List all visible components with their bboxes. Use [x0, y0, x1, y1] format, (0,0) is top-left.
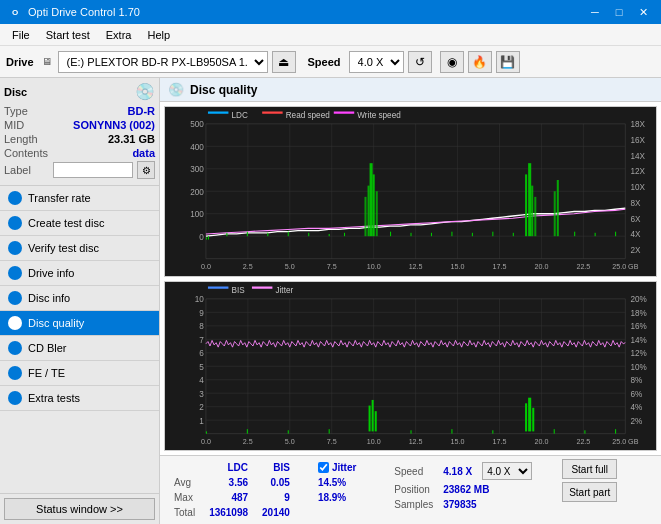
drive-icon: 🖥	[42, 56, 52, 67]
svg-text:6X: 6X	[630, 213, 640, 223]
svg-text:9: 9	[199, 307, 204, 317]
drive-label: Drive	[6, 56, 34, 68]
svg-text:0.0: 0.0	[201, 436, 211, 445]
speed-select[interactable]: 4.0 X	[349, 51, 404, 73]
svg-rect-149	[411, 430, 412, 433]
label-action-button[interactable]: ⚙	[137, 161, 155, 179]
svg-rect-139	[206, 431, 207, 433]
minimize-button[interactable]: ─	[585, 4, 605, 20]
start-full-button[interactable]: Start full	[562, 459, 617, 479]
charts-area: LDC Read speed Write speed	[160, 102, 661, 455]
sidebar-item-cd-bler[interactable]: CD Bler	[0, 336, 159, 361]
speed-info-value: 4.18 X	[439, 461, 476, 481]
svg-text:7.5: 7.5	[327, 436, 337, 445]
svg-rect-61	[534, 197, 536, 236]
start-part-button[interactable]: Start part	[562, 482, 617, 502]
sidebar-item-extra-tests[interactable]: Extra tests	[0, 386, 159, 411]
nav-label-extra-tests: Extra tests	[28, 392, 80, 404]
svg-text:17.5: 17.5	[493, 261, 507, 270]
sidebar-item-verify-test-disc[interactable]: Verify test disc	[0, 236, 159, 261]
content-header: 💿 Disc quality	[160, 78, 661, 102]
svg-text:2.5: 2.5	[243, 436, 253, 445]
nav-label-disc-quality: Disc quality	[28, 317, 84, 329]
status-window-button[interactable]: Status window >>	[4, 498, 155, 520]
stats-area: LDC BIS Jitter Avg 3.5	[160, 455, 661, 524]
svg-rect-5	[334, 111, 354, 113]
svg-text:0.0: 0.0	[201, 261, 211, 270]
speed-dropdown[interactable]: 4.0 X	[482, 462, 532, 480]
svg-text:14X: 14X	[630, 150, 645, 160]
sidebar-item-fe-te[interactable]: FE / TE	[0, 361, 159, 386]
svg-rect-76	[492, 232, 493, 236]
svg-text:200: 200	[190, 186, 204, 196]
speed-label: Speed	[308, 56, 341, 68]
svg-text:6%: 6%	[630, 388, 642, 398]
menu-file[interactable]: File	[4, 27, 38, 43]
svg-text:20.0: 20.0	[534, 436, 548, 445]
nav-label-verify-test-disc: Verify test disc	[28, 242, 99, 254]
menu-extra[interactable]: Extra	[98, 27, 140, 43]
nav-icon-disc-info	[8, 291, 22, 305]
type-label: Type	[4, 105, 28, 117]
svg-text:3: 3	[199, 388, 204, 398]
refresh-button[interactable]: ↺	[408, 51, 432, 73]
svg-text:20%: 20%	[630, 293, 647, 303]
svg-rect-80	[615, 232, 616, 236]
svg-rect-143	[525, 403, 527, 431]
erase-button[interactable]: 🔥	[468, 51, 492, 73]
svg-text:300: 300	[190, 164, 204, 174]
nav-items: Transfer rate Create test disc Verify te…	[0, 186, 159, 493]
nav-icon-disc-quality	[8, 316, 22, 330]
jitter-checkbox[interactable]	[318, 462, 329, 473]
svg-text:1: 1	[199, 415, 204, 425]
svg-rect-52	[208, 236, 209, 239]
app-logo: O	[8, 5, 22, 19]
maximize-button[interactable]: □	[609, 4, 629, 20]
svg-text:15.0: 15.0	[451, 436, 465, 445]
eject-button[interactable]: ⏏	[272, 51, 296, 73]
svg-text:12%: 12%	[630, 347, 647, 357]
total-bis: 20140	[256, 506, 296, 519]
content-title: Disc quality	[190, 83, 257, 97]
svg-rect-1	[208, 111, 228, 113]
save-button[interactable]: 💾	[496, 51, 520, 73]
nav-label-transfer-rate: Transfer rate	[28, 192, 91, 204]
svg-text:16X: 16X	[630, 135, 645, 145]
sidebar-item-create-test-disc[interactable]: Create test disc	[0, 211, 159, 236]
sidebar-item-drive-info[interactable]: Drive info	[0, 261, 159, 286]
stats-table: LDC BIS Jitter Avg 3.5	[166, 459, 364, 521]
svg-rect-154	[615, 429, 616, 433]
svg-text:7: 7	[199, 334, 204, 344]
nav-label-disc-info: Disc info	[28, 292, 70, 304]
total-ldc: 1361098	[203, 506, 254, 519]
disc-label-input[interactable]	[53, 162, 133, 178]
svg-text:18X: 18X	[630, 119, 645, 129]
titlebar: O Opti Drive Control 1.70 ─ □ ✕	[0, 0, 661, 24]
svg-text:18%: 18%	[630, 307, 647, 317]
scan-button[interactable]: ◉	[440, 51, 464, 73]
col-ldc: LDC	[203, 461, 254, 474]
svg-rect-51	[206, 237, 207, 239]
svg-text:10.0: 10.0	[367, 261, 381, 270]
svg-text:20.0: 20.0	[534, 261, 548, 270]
sidebar-item-transfer-rate[interactable]: Transfer rate	[0, 186, 159, 211]
app-title: Opti Drive Control 1.70	[28, 6, 140, 18]
sidebar-item-disc-quality[interactable]: Disc quality	[0, 311, 159, 336]
sidebar: Disc 💿 Type BD-R MID SONYNN3 (002) Lengt…	[0, 78, 160, 524]
svg-text:14%: 14%	[630, 334, 647, 344]
svg-text:400: 400	[190, 141, 204, 151]
sidebar-item-disc-info[interactable]: Disc info	[0, 286, 159, 311]
svg-text:0: 0	[199, 231, 204, 241]
svg-rect-65	[247, 232, 248, 236]
svg-rect-68	[308, 233, 309, 236]
chart-ldc: LDC Read speed Write speed	[164, 106, 657, 277]
nav-icon-cd-bler	[8, 341, 22, 355]
close-button[interactable]: ✕	[633, 4, 653, 20]
toolbar: Drive 🖥 (E:) PLEXTOR BD-R PX-LB950SA 1.0…	[0, 46, 661, 78]
drive-select[interactable]: (E:) PLEXTOR BD-R PX-LB950SA 1.06	[58, 51, 268, 73]
samples-value: 379835	[439, 498, 536, 511]
svg-rect-53	[370, 163, 373, 236]
menu-help[interactable]: Help	[139, 27, 178, 43]
menu-start-test[interactable]: Start test	[38, 27, 98, 43]
svg-rect-69	[329, 234, 330, 236]
